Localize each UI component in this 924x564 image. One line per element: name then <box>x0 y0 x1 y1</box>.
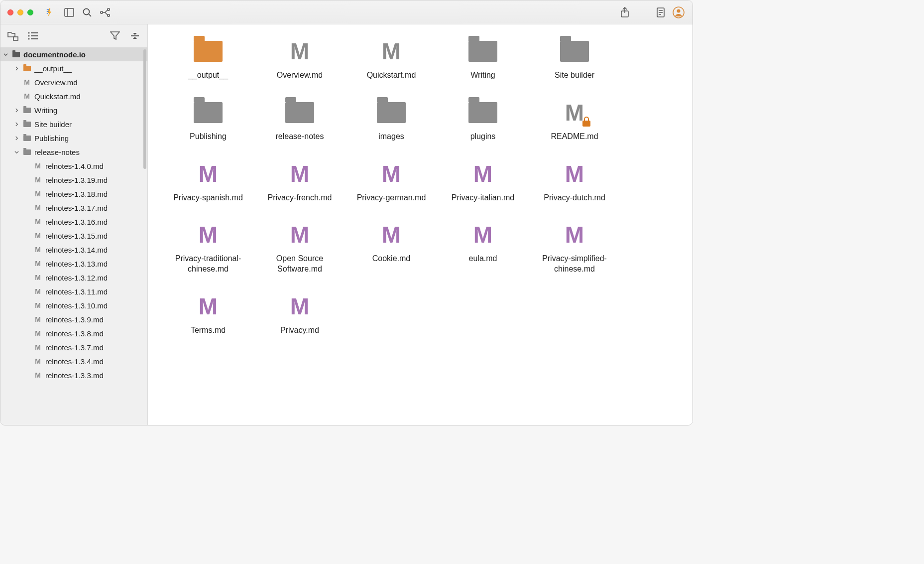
grid-item[interactable]: __output__ <box>166 37 250 81</box>
svg-rect-0 <box>65 8 74 16</box>
tree-row[interactable]: Mrelnotes-1.3.16.md <box>0 215 147 229</box>
tree-row[interactable]: Mrelnotes-1.3.17.md <box>0 201 147 215</box>
tree-row[interactable]: Mrelnotes-1.3.8.md <box>0 326 147 340</box>
share-icon[interactable] <box>618 5 632 19</box>
markdown-file-icon: M <box>33 162 42 170</box>
close-window-button[interactable] <box>7 9 13 15</box>
grid-item[interactable]: MCookie.md <box>349 221 434 275</box>
markdown-file-icon: M <box>374 160 409 188</box>
markdown-file-icon: M <box>33 176 42 184</box>
search-icon[interactable] <box>80 5 94 19</box>
chevron-right-icon[interactable] <box>14 122 22 127</box>
account-icon[interactable] <box>672 5 686 19</box>
tree-row[interactable]: Site builder <box>0 117 147 131</box>
tree-item-label: relnotes-1.3.10.md <box>45 301 108 310</box>
sidebar-toggle-icon[interactable] <box>62 5 76 19</box>
markdown-file-icon: M <box>33 204 42 212</box>
grid-item[interactable]: MPrivacy-german.md <box>349 160 434 203</box>
tree-row[interactable]: Mrelnotes-1.4.0.md <box>0 159 147 173</box>
content-area[interactable]: __output__MOverview.mdMQuickstart.mdWrit… <box>148 24 693 425</box>
markdown-file-icon: M <box>33 287 42 295</box>
grid-item[interactable]: MPrivacy-traditional-chinese.md <box>166 221 250 275</box>
tree-row[interactable]: Mrelnotes-1.3.19.md <box>0 173 147 187</box>
tree-row[interactable]: __output__ <box>0 61 147 75</box>
grid-item[interactable]: MTerms.md <box>166 292 250 336</box>
tree-row[interactable]: Mrelnotes-1.3.3.md <box>0 368 147 382</box>
grid-item[interactable]: images <box>349 99 434 142</box>
tree-item-label: Publishing <box>34 134 69 142</box>
grid-item[interactable]: MOverview.md <box>257 37 342 81</box>
markdown-file-icon: M <box>191 292 226 320</box>
markdown-file-icon: M <box>282 37 317 65</box>
tree-row[interactable]: Mrelnotes-1.3.15.md <box>0 229 147 243</box>
folder-icon <box>465 37 500 65</box>
chevron-down-icon[interactable] <box>3 52 11 57</box>
tree-row[interactable]: release-notes <box>0 145 147 159</box>
grid-item[interactable]: MPrivacy.md <box>257 292 342 336</box>
folder-tree-icon[interactable] <box>6 29 19 42</box>
grid-item[interactable]: Publishing <box>166 99 250 142</box>
grid-item[interactable]: MPrivacy-simplified-chinese.md <box>532 221 617 275</box>
markdown-file-icon: M <box>33 329 42 337</box>
tree-row[interactable]: Mrelnotes-1.3.11.md <box>0 284 147 298</box>
file-tree[interactable]: documentnode.io __output__MOverview.mdMQ… <box>0 47 147 425</box>
tree-root-label: documentnode.io <box>23 50 86 59</box>
tree-root[interactable]: documentnode.io <box>0 47 147 61</box>
markdown-file-icon: M <box>33 218 42 226</box>
grid-item[interactable]: MPrivacy-spanish.md <box>166 160 250 203</box>
tree-item-label: relnotes-1.3.12.md <box>45 274 108 282</box>
markdown-file-icon: M <box>465 221 500 249</box>
chevron-right-icon[interactable] <box>14 108 22 113</box>
filter-icon[interactable] <box>109 29 121 42</box>
markdown-file-icon: M <box>33 246 42 254</box>
lightning-icon[interactable] <box>44 5 58 19</box>
grid-item-label: Privacy-simplified-chinese.md <box>537 254 612 275</box>
collapse-icon[interactable] <box>128 29 141 42</box>
folder-icon <box>191 99 226 127</box>
grid-item[interactable]: Meula.md <box>441 221 525 275</box>
grid-item-label: README.md <box>551 132 598 142</box>
connections-icon[interactable] <box>98 5 112 19</box>
markdown-file-icon: M <box>374 37 409 65</box>
grid-item[interactable]: Site builder <box>532 37 617 81</box>
tree-row[interactable]: Mrelnotes-1.3.12.md <box>0 271 147 284</box>
grid-item[interactable]: Writing <box>441 37 525 81</box>
titlebar <box>0 0 693 24</box>
grid-item[interactable]: MPrivacy-dutch.md <box>532 160 617 203</box>
tree-item-label: Writing <box>34 106 57 115</box>
minimize-window-button[interactable] <box>17 9 23 15</box>
grid-item[interactable]: MREADME.md <box>532 99 617 142</box>
tree-row[interactable]: Mrelnotes-1.3.13.md <box>0 257 147 271</box>
tree-row[interactable]: Publishing <box>0 131 147 145</box>
tree-row[interactable]: MQuickstart.md <box>0 89 147 103</box>
chevron-down-icon[interactable] <box>14 150 22 154</box>
tree-row[interactable]: Mrelnotes-1.3.7.md <box>0 340 147 354</box>
markdown-file-icon: M <box>33 343 42 351</box>
document-icon[interactable] <box>654 5 668 19</box>
tree-row[interactable]: Mrelnotes-1.3.18.md <box>0 187 147 201</box>
tree-row[interactable]: Writing <box>0 103 147 117</box>
grid-item[interactable]: plugins <box>441 99 525 142</box>
grid-item[interactable]: MPrivacy-italian.md <box>441 160 525 203</box>
chevron-right-icon[interactable] <box>14 66 22 71</box>
file-grid: __output__MOverview.mdMQuickstart.mdWrit… <box>166 37 675 336</box>
tree-row[interactable]: Mrelnotes-1.3.4.md <box>0 354 147 368</box>
grid-item[interactable]: MOpen Source Software.md <box>257 221 342 275</box>
list-view-icon[interactable] <box>26 29 39 42</box>
markdown-file-icon: M <box>33 357 42 365</box>
grid-item-label: Terms.md <box>191 325 226 336</box>
grid-item[interactable]: MQuickstart.md <box>349 37 434 81</box>
tree-row[interactable]: Mrelnotes-1.3.10.md <box>0 298 147 312</box>
maximize-window-button[interactable] <box>27 9 33 15</box>
grid-item[interactable]: release-notes <box>257 99 342 142</box>
chevron-right-icon[interactable] <box>14 136 22 141</box>
tree-row[interactable]: Mrelnotes-1.3.14.md <box>0 243 147 257</box>
folder-icon <box>374 99 409 127</box>
markdown-file-icon: M <box>282 160 317 188</box>
grid-item[interactable]: MPrivacy-french.md <box>257 160 342 203</box>
tree-row[interactable]: MOverview.md <box>0 75 147 89</box>
scrollbar[interactable] <box>143 49 146 169</box>
tree-item-label: relnotes-1.3.7.md <box>45 343 104 352</box>
tree-row[interactable]: Mrelnotes-1.3.9.md <box>0 312 147 326</box>
markdown-file-icon: M <box>33 190 42 198</box>
